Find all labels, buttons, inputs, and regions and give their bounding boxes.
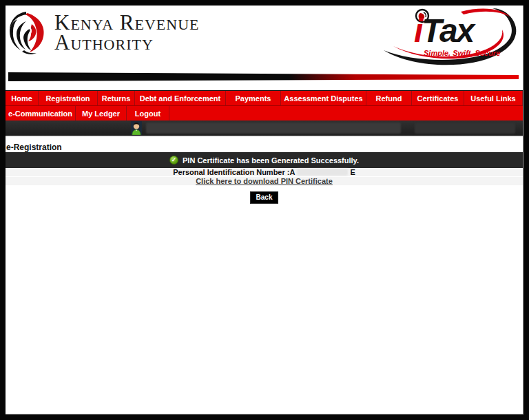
kra-lion-logo-icon	[8, 10, 48, 56]
back-button[interactable]: Back	[250, 191, 279, 204]
check-circle-icon: ✓	[169, 156, 178, 165]
user-info-bar	[6, 120, 523, 136]
user-avatar-icon	[131, 121, 142, 135]
kra-org-name: Kenya Revenue Authority	[54, 13, 199, 52]
nav-item-my-ledger[interactable]: My Ledger	[76, 106, 127, 120]
pin-label: Personal Identification Number :	[173, 168, 289, 176]
kra-logo-block: Kenya Revenue Authority	[8, 10, 199, 56]
itax-logo: iTax Simple, Swift, Secure	[380, 6, 521, 71]
success-message-bar: ✓ PIN Certificate has been Generated Suc…	[6, 152, 523, 168]
pin-number-row: Personal Identification Number : AE	[6, 168, 523, 176]
pin-visible-prefix: A	[290, 168, 295, 176]
header: Kenya Revenue Authority iTax Simple, Swi…	[6, 6, 523, 72]
itax-wordmark-tax: Tax	[422, 12, 476, 49]
page-title: e-Registration	[6, 143, 62, 152]
redacted-session-info	[415, 123, 515, 134]
nav-item-logout[interactable]: Logout	[127, 106, 169, 120]
redacted-username	[146, 123, 401, 134]
pin-visible-suffix: E	[350, 168, 355, 176]
success-message-text: PIN Certificate has been Generated Succe…	[183, 156, 359, 165]
nav-item-certificates[interactable]: Certificates	[412, 91, 464, 105]
itax-wordmark: iTax	[414, 12, 477, 49]
nav-item-debt-and-enforcement[interactable]: Debt and Enforcement	[135, 91, 226, 105]
nav-item-registration[interactable]: Registration	[39, 91, 98, 105]
itax-tagline: Simple, Swift, Secure	[424, 49, 500, 57]
nav-item-payments[interactable]: Payments	[226, 91, 281, 105]
header-swoosh-divider	[6, 72, 523, 82]
section-title-row: e-Registration	[6, 136, 523, 152]
itax-portal-page: { "header": { "org_name": { "line1": "Ke…	[0, 0, 529, 420]
kra-org-name-line2: Authority	[54, 33, 199, 53]
nav-item-refund[interactable]: Refund	[366, 91, 412, 105]
nav-item-home[interactable]: Home	[6, 91, 39, 105]
download-pin-certificate-link[interactable]: Click here to download PIN Certificate	[196, 177, 333, 185]
nav-item-e-communication[interactable]: e-Communication	[6, 106, 76, 120]
main-nav: Home Registration Returns Debt and Enfor…	[6, 90, 523, 105]
portal-frame: Kenya Revenue Authority iTax Simple, Swi…	[6, 6, 523, 414]
download-link-row: Click here to download PIN Certificate	[6, 177, 523, 185]
nav-item-assessment-disputes[interactable]: Assessment Disputes	[281, 91, 366, 105]
back-button-row: Back	[6, 190, 523, 204]
nav-filler	[169, 106, 523, 120]
secondary-nav: e-Communication My Ledger Logout	[6, 105, 523, 120]
nav-item-useful-links[interactable]: Useful Links	[464, 91, 523, 105]
nav-item-returns[interactable]: Returns	[98, 91, 135, 105]
redacted-pin-digits	[297, 169, 348, 176]
